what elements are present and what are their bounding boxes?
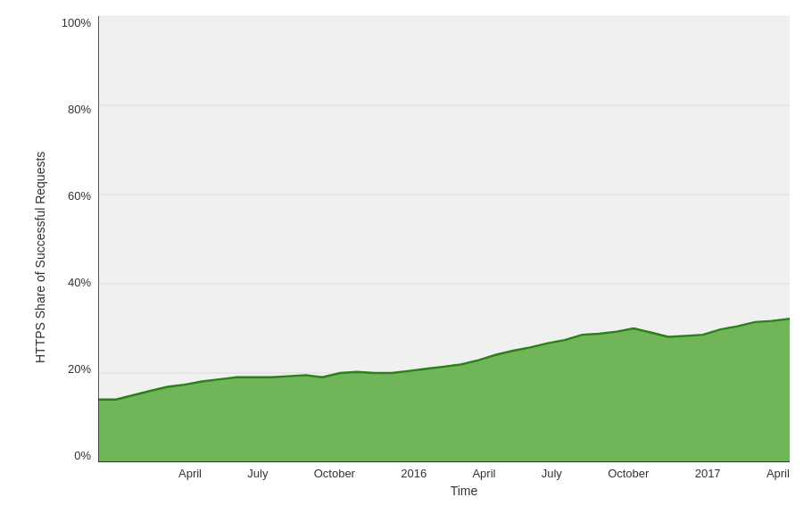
x-tick-october-2016: October [608,467,649,480]
x-tick-2016: 2016 [401,467,427,480]
x-axis-area: April July October 2016 April July Octob… [58,462,790,480]
plot-area-wrapper: 100% 80% 60% 40% 20% 0% [58,16,790,462]
y-tick-0: 0% [74,449,91,462]
y-tick-80: 80% [68,103,91,116]
chart-container: HTTPS Share of Successful Requests 100% … [22,16,790,498]
plot-svg-wrapper [98,16,790,462]
y-tick-100: 100% [62,16,91,29]
x-tick-2017: 2017 [695,467,721,480]
x-tick-july-2015: July [247,467,268,480]
x-tick-april-2015: April [178,467,202,480]
x-tick-july-2016: July [542,467,562,480]
x-tick-october-2015: October [314,467,355,480]
y-tick-20: 20% [68,362,91,376]
chart-svg [98,16,790,462]
y-tick-60: 60% [68,189,91,203]
chart-inner: 100% 80% 60% 40% 20% 0% [58,16,790,498]
y-tick-40: 40% [68,276,91,289]
chart-area: HTTPS Share of Successful Requests 100% … [22,16,790,498]
x-tick-april-2017: April [766,467,790,480]
y-axis-label: HTTPS Share of Successful Requests [22,16,58,498]
x-axis-label: Time [58,480,790,498]
x-tick-april-2016: April [472,467,495,480]
y-ticks: 100% 80% 60% 40% 20% 0% [58,16,98,462]
x-ticks: April July October 2016 April July Octob… [178,462,790,480]
